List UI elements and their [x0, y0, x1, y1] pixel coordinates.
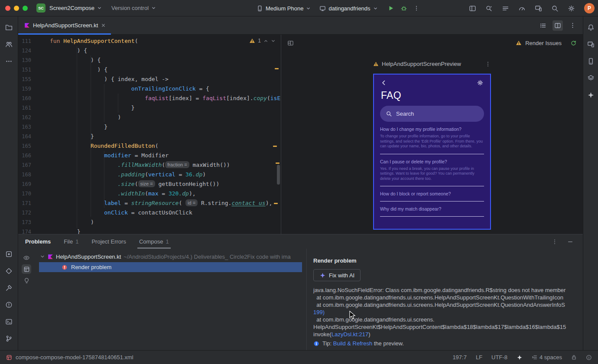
editor-more-options-button[interactable]: [567, 20, 578, 31]
more-vertical-icon[interactable]: [485, 61, 491, 67]
device-manager-tool-button[interactable]: [585, 55, 596, 67]
editor-tab-active[interactable]: HelpAndSupportScreen.kt: [18, 16, 111, 34]
problems-tab-project-errors[interactable]: Project Errors: [91, 234, 126, 249]
problems-tab-file[interactable]: File1: [64, 234, 78, 249]
code-line[interactable]: 168 .padding(vertical = 36.dp): [18, 170, 281, 179]
split-editor-icon: [554, 22, 561, 29]
minimize-window-button[interactable]: [14, 6, 19, 11]
status-info-widget[interactable]: [586, 354, 592, 361]
menu-lines-icon[interactable]: [502, 5, 509, 12]
minimize-icon[interactable]: [567, 239, 573, 245]
build-refresh-link[interactable]: Build & Refresh: [333, 340, 372, 347]
search-placeholder: Search: [396, 110, 414, 117]
structure-tool-button[interactable]: [3, 265, 15, 276]
problems-tool-button[interactable]: [3, 299, 15, 310]
render-issues-label[interactable]: Render Issues: [525, 40, 562, 46]
tool-window-buttons: [552, 239, 583, 245]
more-vertical-icon[interactable]: [552, 239, 558, 245]
chevron-down-icon[interactable]: [40, 254, 45, 259]
code-line[interactable]: 171 label = stringResource( id = R.strin…: [18, 198, 281, 208]
code-line[interactable]: 170 .widthIn(max = 320.dp),: [18, 189, 281, 198]
user-avatar[interactable]: P: [584, 3, 595, 13]
device-mirror-icon[interactable]: [535, 5, 542, 12]
vcs-widget[interactable]: Version control: [111, 5, 156, 11]
profiler-icon[interactable]: [518, 5, 526, 12]
inspections-widget[interactable]: 1: [249, 38, 276, 44]
code-line[interactable]: 151 ) {: [18, 65, 281, 75]
refresh-icon[interactable]: [570, 40, 577, 46]
view-options-button[interactable]: [22, 264, 31, 274]
editor-scrollbar[interactable]: [277, 165, 280, 185]
problems-tab-compose[interactable]: Compose1: [139, 234, 169, 249]
fullscreen-window-button[interactable]: [23, 6, 28, 11]
phone-preview-frame[interactable]: FAQ Search How do I change my profile in…: [373, 74, 491, 230]
fix-with-ai-button[interactable]: Fix with AI: [313, 269, 361, 281]
more-tool-windows-button[interactable]: [3, 55, 15, 67]
statusbar-file-widget[interactable]: compose-compose-model-1758748140651.xml: [6, 354, 133, 361]
write-access-widget[interactable]: [571, 354, 577, 360]
git-tool-button[interactable]: [3, 333, 15, 344]
code-line[interactable]: 163 }: [18, 122, 281, 132]
code-line[interactable]: 159 onTrailingIconClick = {: [18, 84, 281, 94]
code-editor[interactable]: 111fun HelpAndSupportContent(124 ) {130 …: [18, 35, 281, 234]
tip-text: Tip: Build & Refresh the preview.: [322, 340, 404, 347]
stack-trace-line: java.lang.NoSuchFieldError: Class com.ib…: [313, 286, 583, 294]
running-devices-tool-button[interactable]: [585, 39, 596, 50]
encoding-widget[interactable]: UTF-8: [491, 354, 507, 361]
run-button[interactable]: [387, 5, 394, 12]
code-line[interactable]: 169 .size(size = getButtonHeight()): [18, 179, 281, 189]
folder-icon: [5, 24, 13, 31]
code-line[interactable]: 164 }: [18, 132, 281, 141]
file-structure-button[interactable]: [538, 20, 548, 31]
indent-guide: [77, 46, 77, 228]
code-line[interactable]: 162 ): [18, 113, 281, 122]
caret-position-widget[interactable]: 197:7: [452, 354, 467, 361]
chevron-up-icon[interactable]: [263, 39, 268, 43]
gemini-tool-button[interactable]: [585, 89, 596, 101]
stack-link[interactable]: LazyDsl.kt:217: [332, 331, 368, 338]
more-actions-button[interactable]: [413, 5, 419, 11]
indent-widget[interactable]: 4 spaces: [532, 354, 562, 361]
code-line[interactable]: 167 .fillMaxWidth(fraction = maxWidth()): [18, 160, 281, 170]
close-window-button[interactable]: [5, 6, 10, 11]
code-line[interactable]: 161 }: [18, 103, 281, 113]
resource-manager-tool-button[interactable]: [585, 72, 596, 84]
editor-layout-icon[interactable]: [469, 5, 476, 12]
preview-toggle-button[interactable]: [22, 253, 31, 263]
build-tool-button[interactable]: [3, 282, 15, 293]
run-configuration-selector[interactable]: datingandfriends: [319, 5, 377, 12]
code-lines[interactable]: 111fun HelpAndSupportContent(124 ) {130 …: [18, 35, 281, 234]
pull-requests-tool-button[interactable]: [3, 39, 15, 50]
code-line[interactable]: 174 }: [18, 227, 281, 234]
problems-file-node[interactable]: HelpAndSupportScreen.kt ~/AndroidStudioP…: [35, 251, 306, 262]
code-line[interactable]: 130 ) {: [18, 55, 281, 65]
quickfix-button[interactable]: [22, 276, 31, 285]
project-selector[interactable]: Screen2Compose: [49, 5, 102, 11]
code-line[interactable]: 166 modifier = Modifier: [18, 151, 281, 160]
search-icon[interactable]: [551, 5, 559, 12]
preview-layout-icon[interactable]: [287, 40, 294, 46]
terminal-tool-button[interactable]: [3, 316, 15, 327]
chevron-down-icon[interactable]: [271, 39, 276, 43]
code-line[interactable]: 111fun HelpAndSupportContent(: [18, 36, 281, 46]
sparkle-icon: [517, 354, 523, 361]
notifications-tool-button[interactable]: [585, 22, 596, 33]
code-line[interactable]: 155 ) { index, model ->: [18, 75, 281, 84]
ai-search-icon[interactable]: [485, 5, 493, 12]
code-line[interactable]: 172 onClick = contactUsOnClick: [18, 208, 281, 218]
code-line[interactable]: 160 faqList[index] = faqList[index].copy…: [18, 94, 281, 103]
debug-button[interactable]: [400, 5, 407, 12]
split-preview-mode-button[interactable]: [552, 20, 563, 31]
code-line[interactable]: 165 RoundedFilledButton(: [18, 141, 281, 151]
render-problem-node[interactable]: Render problem: [39, 262, 302, 272]
code-line[interactable]: 173 ): [18, 218, 281, 227]
project-tool-button[interactable]: [3, 22, 15, 33]
line-separator-widget[interactable]: LF: [476, 354, 482, 361]
device-selector[interactable]: Medium Phone: [257, 5, 311, 12]
stack-link[interactable]: 199): [313, 309, 325, 315]
settings-gear-icon[interactable]: [568, 5, 575, 12]
close-icon[interactable]: [101, 23, 106, 28]
commit-tool-button[interactable]: [3, 248, 15, 260]
ai-status-widget[interactable]: [517, 354, 523, 361]
code-line[interactable]: 124 ) {: [18, 46, 281, 55]
